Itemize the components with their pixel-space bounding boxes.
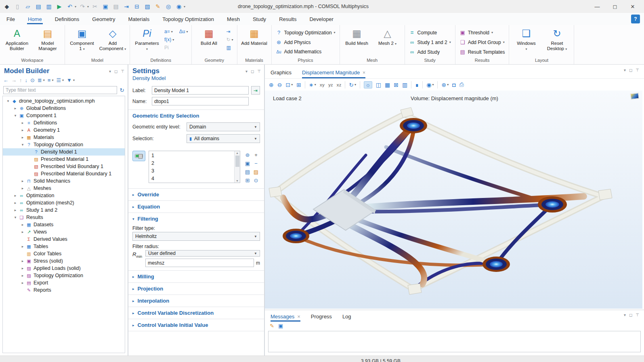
- selection-item[interactable]: 1: [151, 152, 232, 160]
- parameters-button[interactable]: Pi Parameters ▾: [132, 27, 162, 53]
- tab-mesh[interactable]: Mesh: [226, 14, 241, 24]
- expand-node-icon[interactable]: ▸: [13, 201, 18, 205]
- preferences-icon[interactable]: ◉: [174, 2, 183, 11]
- name-field[interactable]: [152, 97, 249, 105]
- nonlocal-couplings-button[interactable]: Δu▾: [178, 28, 189, 35]
- delete-icon[interactable]: ⊟: [132, 2, 141, 11]
- selection-scrollbar[interactable]: ▴ ▾: [234, 151, 240, 183]
- tab-messages[interactable]: Messages ×: [271, 314, 300, 322]
- float-panel-icon[interactable]: ◻: [251, 69, 254, 74]
- move-up-icon[interactable]: ↑: [19, 77, 22, 83]
- zoom-in-icon[interactable]: ⊕: [269, 82, 274, 88]
- clear-selection-icon[interactable]: ▨: [252, 168, 260, 176]
- expand-node-icon[interactable]: ▸: [20, 128, 25, 132]
- expand-all-icon[interactable]: ≣: [38, 77, 42, 83]
- open-message-window-icon[interactable]: ▣: [278, 323, 283, 329]
- tab-progress[interactable]: Progress: [311, 314, 332, 322]
- tree-item-prescribed-material-1[interactable]: ▨Prescribed Material 1: [3, 156, 125, 163]
- save-icon[interactable]: ▤: [34, 2, 43, 11]
- threshold-button[interactable]: ▣ Threshold▾: [458, 29, 507, 36]
- selection-item[interactable]: 2: [151, 160, 232, 167]
- print-icon[interactable]: ⎙: [459, 81, 464, 88]
- tab-graphics-window[interactable]: Graphics: [271, 69, 292, 78]
- collapse-node-icon[interactable]: ▾: [13, 114, 18, 118]
- cut-icon[interactable]: ✂: [90, 2, 99, 11]
- show-icon[interactable]: ⊙: [30, 77, 35, 83]
- tab-geometry[interactable]: Geometry: [91, 14, 116, 24]
- zoom-box-icon[interactable]: ⊡▾: [285, 82, 293, 88]
- copy-icon[interactable]: ▣: [101, 2, 110, 11]
- tab-topology-optimization[interactable]: Topology Optimization: [162, 14, 215, 24]
- tree-item-reports[interactable]: ✎Reports: [3, 286, 125, 294]
- show-axes-icon[interactable]: ⊠: [394, 82, 399, 88]
- rotate-view-icon[interactable]: ↻▾: [349, 82, 356, 88]
- back-icon[interactable]: ←: [3, 77, 8, 83]
- lock-view-icon[interactable]: ∎: [415, 82, 419, 88]
- tree-item-tables[interactable]: ▸▦Tables: [3, 243, 125, 250]
- functions-button[interactable]: f(x)▾: [163, 36, 189, 43]
- view-xy-icon[interactable]: xy: [320, 82, 325, 87]
- add-component-button[interactable]: ◇ Add Component ▾: [98, 27, 127, 53]
- rename-icon[interactable]: ⇥: [251, 86, 260, 95]
- expand-node-icon[interactable]: ▸: [13, 208, 18, 212]
- pin-panel-icon[interactable]: ⊤: [257, 69, 261, 74]
- messages-output[interactable]: [268, 331, 641, 352]
- tree-item-study-1-and-2[interactable]: ▸∞Study 1 and 2: [3, 206, 125, 214]
- expand-node-icon[interactable]: ▸: [20, 274, 25, 278]
- float-panel-icon[interactable]: ◻: [114, 69, 117, 74]
- tree-item-optimization[interactable]: ▸∞Optimization: [3, 192, 125, 199]
- qat-more-icon[interactable]: ▾: [184, 5, 185, 8]
- expand-node-icon[interactable]: ▸: [20, 259, 25, 263]
- tab-home[interactable]: Home: [27, 14, 43, 24]
- tree-item-topology-optimization[interactable]: ▾?Topology Optimization: [3, 141, 125, 148]
- remove-from-selection-icon[interactable]: −: [252, 159, 260, 167]
- filter-type-select[interactable]: Helmholtz▼: [132, 232, 260, 241]
- tree-item-derived-values[interactable]: ΣDerived Values: [3, 236, 125, 243]
- selection-list[interactable]: 1 2 3 4 ▴ ▾: [149, 151, 240, 183]
- expand-node-icon[interactable]: ▸: [20, 223, 25, 227]
- model-tree-nodes-icon[interactable]: ☰: [56, 77, 61, 83]
- selection-item[interactable]: 3: [151, 167, 232, 175]
- close-tab-icon[interactable]: ×: [297, 314, 300, 320]
- filter-radius-input[interactable]: [145, 259, 254, 267]
- visibility-icon[interactable]: ⊙: [252, 176, 260, 184]
- expand-node-icon[interactable]: ▸: [13, 106, 18, 110]
- color-legend-icon[interactable]: ▥: [402, 82, 407, 88]
- zoom-out-icon[interactable]: ⊖: [277, 82, 282, 88]
- tree-item-component-1[interactable]: ▾▣Component 1: [3, 112, 125, 119]
- tree-item-density-model-1[interactable]: ?Density Model 1: [3, 148, 125, 156]
- collapse-node-icon[interactable]: ▾: [20, 143, 25, 147]
- virtual-operations-icon[interactable]: ▥: [225, 44, 234, 51]
- color-theme-icon[interactable]: ◉▾: [426, 82, 434, 88]
- tree-item-views[interactable]: ▸↗Views: [3, 228, 125, 236]
- tree-item-export[interactable]: ▸▤Export: [3, 279, 125, 286]
- run-icon[interactable]: ▶: [55, 2, 64, 11]
- tab-results[interactable]: Results: [278, 14, 297, 24]
- add-plot-group-button[interactable]: ❑ Add Plot Group▾: [458, 38, 507, 46]
- open-file-icon[interactable]: ▱: [23, 2, 32, 11]
- wireframe-icon[interactable]: ▦: [385, 82, 390, 88]
- tree-item-prescribed-void-boundary-1[interactable]: ▧Prescribed Void Boundary 1: [3, 163, 125, 170]
- duplicate-icon[interactable]: ⇥: [122, 2, 131, 11]
- tree-item-stress-solid[interactable]: ▸▣Stress (solid): [3, 257, 125, 265]
- plot-canvas[interactable]: Load case 2 Volume: Displacement magnitu…: [265, 90, 644, 309]
- tab-developer[interactable]: Developer: [308, 14, 334, 24]
- refresh-icon[interactable]: ↻: [120, 87, 124, 93]
- copy-selection-icon[interactable]: ▣: [243, 159, 252, 167]
- compute-button[interactable]: = Compute: [407, 29, 453, 36]
- close-tab-icon[interactable]: ×: [363, 70, 365, 76]
- collapse-node-icon[interactable]: ▾: [13, 215, 18, 219]
- scroll-down-icon[interactable]: ▾: [236, 179, 238, 183]
- section-projection[interactable]: ▸Projection: [128, 282, 264, 295]
- expand-node-icon[interactable]: ▸: [20, 135, 25, 139]
- section-control-variable-discretization[interactable]: ▸Control Variable Discretization: [128, 307, 264, 319]
- move-down-icon[interactable]: ↓: [25, 77, 28, 83]
- forward-icon[interactable]: →: [11, 77, 17, 83]
- section-milling[interactable]: ▸Milling: [128, 270, 264, 282]
- build-all-button[interactable]: ▦ Build All: [194, 27, 223, 48]
- filter-icon[interactable]: ▼: [67, 77, 72, 83]
- tree-item-results[interactable]: ▾❑Results: [3, 214, 125, 221]
- tab-file[interactable]: File: [6, 14, 16, 24]
- tree-item-drone-topology-optimization-mph[interactable]: ▾◆drone_topology_optimization.mph: [3, 97, 125, 105]
- expand-node-icon[interactable]: ▸: [20, 121, 25, 125]
